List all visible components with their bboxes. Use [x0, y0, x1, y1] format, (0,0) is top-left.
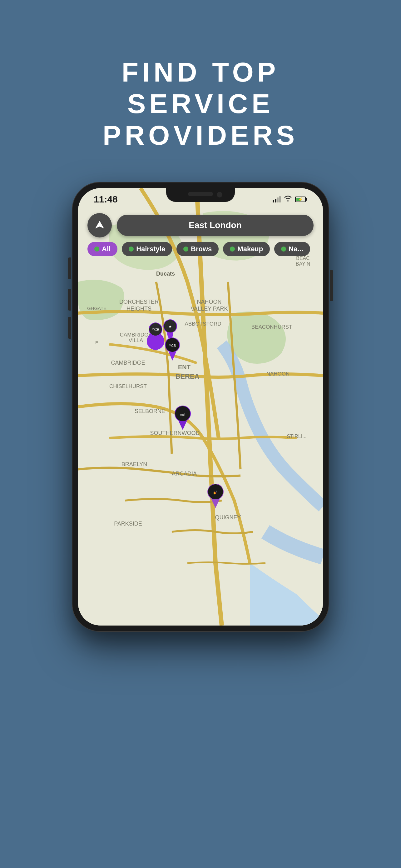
chip-dot-brows	[183, 247, 188, 251]
svg-text:QUIGNEY: QUIGNEY	[215, 514, 241, 521]
svg-text:Ducats: Ducats	[156, 271, 175, 277]
svg-text:E: E	[95, 340, 98, 345]
svg-text:nail: nail	[180, 413, 185, 416]
svg-text:NAHOON: NAHOON	[266, 371, 290, 377]
chip-nails[interactable]: Na...	[274, 242, 310, 256]
chip-hairstyle-label: Hairstyle	[136, 245, 165, 253]
volume-up-button	[68, 289, 71, 311]
status-time: 11:48	[94, 194, 118, 205]
svg-text:BAY N: BAY N	[296, 261, 310, 267]
svg-text:HEIGHTS: HEIGHTS	[127, 306, 152, 312]
svg-text:CHISELHURST: CHISELHURST	[109, 383, 147, 389]
filter-chips: All Hairstyle Brows Makeup	[78, 242, 323, 256]
status-icons: ⚡	[273, 195, 307, 204]
svg-text:SOUTHERNWOOD: SOUTHERNWOOD	[150, 430, 200, 436]
svg-text:★: ★	[169, 324, 172, 329]
svg-text:SELBORNE: SELBORNE	[135, 408, 165, 414]
svg-text:ABBOTSFORD: ABBOTSFORD	[185, 321, 221, 327]
svg-text:YCB: YCB	[152, 328, 160, 332]
svg-text:STIRLI...: STIRLI...	[287, 434, 306, 439]
chip-nails-label: Na...	[289, 245, 303, 253]
svg-text:YCB: YCB	[169, 344, 176, 347]
signal-icon	[273, 196, 281, 203]
chip-brows[interactable]: Brows	[176, 242, 219, 256]
svg-text:VALLEY PARK: VALLEY PARK	[191, 306, 228, 312]
phone-mockup: 11:48 ⚡	[72, 183, 329, 631]
phone-screen: 11:48 ⚡	[78, 188, 323, 625]
notch-speaker	[188, 192, 213, 196]
svg-text:BEACONHURST: BEACONHURST	[252, 324, 292, 330]
battery-icon: ⚡	[295, 196, 307, 202]
chip-brows-label: Brows	[191, 245, 212, 253]
chip-all-label: All	[102, 245, 110, 253]
location-label[interactable]: East London	[117, 215, 313, 236]
svg-text:BEAC: BEAC	[296, 256, 310, 261]
svg-text:CAMBRIDGE: CAMBRIDGE	[111, 360, 145, 366]
map-controls: East London	[78, 213, 323, 238]
svg-text:PARKSIDE: PARKSIDE	[114, 521, 142, 527]
svg-text:ENT: ENT	[178, 364, 191, 371]
svg-text:💅: 💅	[213, 490, 218, 495]
svg-text:BEREA: BEREA	[175, 372, 199, 380]
location-button[interactable]	[88, 213, 112, 238]
svg-text:VILLA: VILLA	[129, 337, 143, 343]
chip-dot-hairstyle	[129, 247, 134, 251]
chip-dot-nails	[281, 247, 286, 251]
chip-dot-all	[94, 247, 99, 251]
notch-camera	[217, 192, 222, 197]
phone-frame: 11:48 ⚡	[72, 183, 329, 631]
svg-text:BRAELYN: BRAELYN	[122, 461, 147, 467]
svg-text:ARCADIA: ARCADIA	[172, 470, 197, 477]
chip-makeup[interactable]: Makeup	[223, 242, 270, 256]
svg-text:DORCHESTER: DORCHESTER	[119, 299, 159, 305]
svg-text:GHGATE: GHGATE	[87, 306, 106, 311]
wifi-icon	[284, 195, 292, 204]
svg-text:CAMBRIDGE: CAMBRIDGE	[120, 332, 152, 338]
chip-dot-makeup	[230, 247, 235, 251]
chip-makeup-label: Makeup	[237, 245, 263, 253]
map-area: DORCHESTER HEIGHTS NAHOON VALLEY PARK AB…	[78, 188, 323, 625]
hero-headline: FIND TOP SERVICE PROVIDERS	[78, 56, 323, 151]
svg-text:NAHOON: NAHOON	[197, 299, 222, 305]
volume-down-button	[68, 317, 71, 339]
chip-hairstyle[interactable]: Hairstyle	[122, 242, 172, 256]
chip-all[interactable]: All	[88, 242, 118, 256]
notch	[166, 188, 235, 202]
